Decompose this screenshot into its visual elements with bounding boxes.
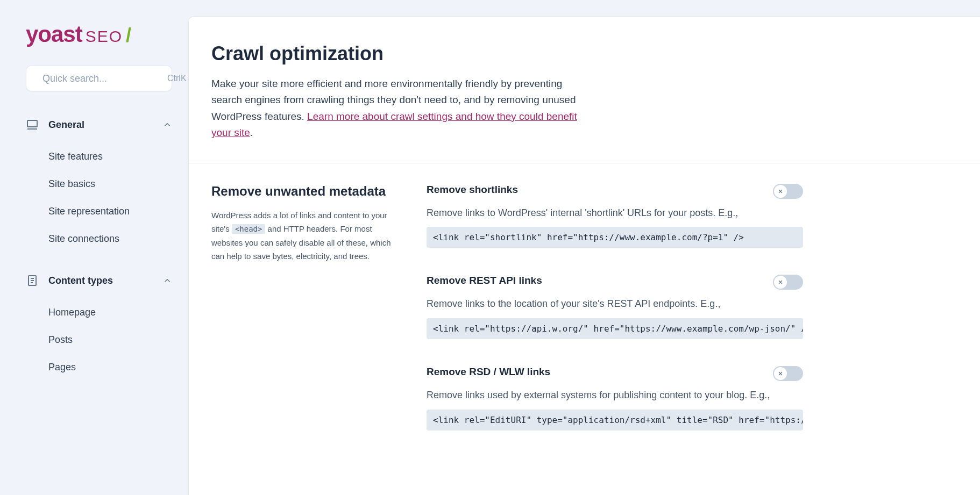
toggle-remove-shortlinks[interactable]	[773, 184, 803, 199]
x-icon	[777, 370, 784, 377]
toggle-remove-rest-api-links[interactable]	[773, 275, 803, 290]
sidebar-item-site-basics[interactable]: Site basics	[48, 170, 172, 198]
logo-slash: /	[126, 24, 131, 47]
setting-remove-shortlinks: Remove shortlinks Remove links to WordPr…	[427, 184, 803, 248]
chevron-up-icon	[162, 276, 172, 285]
sidebar-item-pages[interactable]: Pages	[48, 354, 172, 381]
nav-section-content-types: Content types Homepage Posts Pages	[26, 270, 172, 381]
sidebar-item-posts[interactable]: Posts	[48, 326, 172, 354]
code-example: <link rel="EditURI" type="application/rs…	[427, 410, 803, 431]
sidebar-item-site-connections[interactable]: Site connections	[48, 225, 172, 253]
logo: yoast SEO /	[26, 21, 172, 47]
nav-header-label: General	[48, 119, 153, 131]
toggle-remove-rsd-wlw-links[interactable]	[773, 366, 803, 381]
page-description: Make your site more efficient and more e…	[211, 76, 577, 141]
sidebar: yoast SEO / CtrlK General Site features …	[0, 0, 188, 495]
x-icon	[777, 279, 784, 285]
page-title: Crawl optimization	[211, 42, 957, 65]
search-input[interactable]	[42, 73, 167, 84]
setting-description: Remove links used by external systems fo…	[427, 388, 803, 403]
settings-section: Remove unwanted metadata WordPress adds …	[189, 163, 980, 457]
setting-title: Remove RSD / WLW links	[427, 366, 550, 378]
section-title: Remove unwanted metadata	[211, 184, 394, 199]
head-code: <head>	[232, 224, 266, 234]
x-icon	[777, 188, 784, 195]
nav-header-general[interactable]: General	[26, 114, 172, 135]
page-header: Crawl optimization Make your site more e…	[189, 17, 980, 163]
code-example: <link rel="shortlink" href="https://www.…	[427, 227, 803, 248]
section-description: WordPress adds a lot of links and conten…	[211, 209, 394, 263]
search-box[interactable]: CtrlK	[26, 66, 172, 91]
toggle-knob	[774, 276, 787, 289]
nav-header-label: Content types	[48, 275, 153, 286]
sidebar-item-site-features[interactable]: Site features	[48, 143, 172, 170]
monitor-icon	[26, 118, 39, 131]
setting-description: Remove links to WordPress' internal 'sho…	[427, 205, 803, 221]
logo-brand: yoast	[26, 21, 82, 47]
chevron-up-icon	[162, 120, 172, 130]
setting-remove-rsd-wlw-links: Remove RSD / WLW links Remove links used…	[427, 366, 803, 431]
svg-rect-2	[27, 120, 37, 127]
main-content: Crawl optimization Make your site more e…	[188, 16, 980, 495]
sidebar-item-homepage[interactable]: Homepage	[48, 299, 172, 326]
setting-title: Remove REST API links	[427, 275, 542, 286]
setting-title: Remove shortlinks	[427, 184, 518, 196]
setting-remove-rest-api-links: Remove REST API links Remove links to th…	[427, 275, 803, 339]
search-shortcut: CtrlK	[167, 74, 187, 83]
setting-description: Remove links to the location of your sit…	[427, 296, 803, 312]
sidebar-item-site-representation[interactable]: Site representation	[48, 198, 172, 225]
logo-suffix: SEO	[86, 27, 123, 46]
nav-section-general: General Site features Site basics Site r…	[26, 114, 172, 253]
code-example: <link rel="https://api.w.org/" href="htt…	[427, 318, 803, 339]
toggle-knob	[774, 185, 787, 198]
toggle-knob	[774, 367, 787, 380]
nav-header-content-types[interactable]: Content types	[26, 270, 172, 291]
document-icon	[26, 274, 39, 287]
